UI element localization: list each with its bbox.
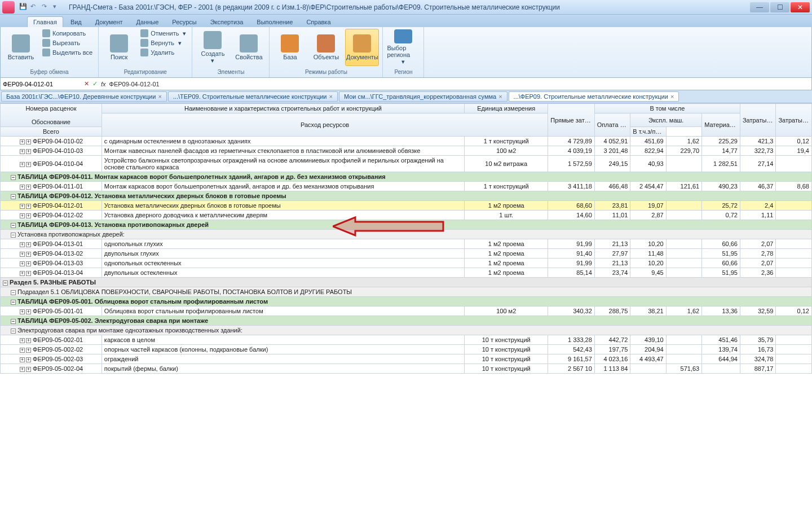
selectall-button[interactable]: Выделить все <box>40 48 95 57</box>
table-row[interactable]: − ТАБЛИЦА ФЕР09-04-013. Установка против… <box>1 220 812 230</box>
qat-redo-icon[interactable]: ↷ <box>42 3 51 12</box>
expand-icon[interactable]: + <box>26 213 31 218</box>
table-row[interactable]: ++ ФЕР09-04-013-01однопольных глухих1 м2… <box>1 239 812 249</box>
tab-expertise[interactable]: Экспертиза <box>204 16 250 27</box>
col-rr[interactable]: Расход ресурсов <box>102 113 548 137</box>
table-row[interactable]: ++ ФЕР09-05-002-02опорных частей каркасо… <box>1 345 812 354</box>
tab-help[interactable]: Справка <box>300 16 337 27</box>
col-num[interactable]: Номера расценокОбоснование <box>1 104 102 127</box>
expand-icon[interactable]: + <box>20 139 25 144</box>
expand-icon[interactable]: + <box>26 149 31 154</box>
expand-icon[interactable]: + <box>20 261 25 266</box>
expand-icon[interactable]: + <box>26 271 31 276</box>
table-row[interactable]: − Электродуговая сварка при монтаже одно… <box>1 326 812 335</box>
col-otr[interactable]: Оплата труда рабочих <box>594 113 630 137</box>
app-orb-icon[interactable] <box>2 1 15 14</box>
delete-button[interactable]: Удалить <box>138 48 188 57</box>
data-grid[interactable]: Номера расценокОбоснование Наименование … <box>0 103 812 508</box>
expand-icon[interactable]: + <box>20 252 25 257</box>
col-name[interactable]: Наименование и характеристика строительн… <box>102 104 464 113</box>
expand-icon[interactable]: + <box>20 338 25 343</box>
table-row[interactable]: − ТАБЛИЦА ФЕР09-04-012. Установка металл… <box>1 191 812 201</box>
doctab-4[interactable]: ...\ФЕР09. Строительные металлические ко… <box>509 91 679 102</box>
collapse-icon[interactable]: − <box>11 233 16 238</box>
collapse-icon[interactable]: − <box>11 329 16 334</box>
base-button[interactable]: База <box>273 29 307 66</box>
collapse-icon[interactable]: − <box>11 223 16 228</box>
expand-icon[interactable]: + <box>20 213 25 218</box>
table-row[interactable]: ++ ФЕР09-04-012-02Установка дверного дов… <box>1 211 812 220</box>
expand-icon[interactable]: + <box>26 338 31 343</box>
col-unit[interactable]: Единица измерения <box>465 104 548 113</box>
expand-icon[interactable]: + <box>26 242 31 247</box>
expand-icon[interactable]: + <box>20 357 25 362</box>
undo-button[interactable]: Отменить ▾ <box>138 29 188 38</box>
minimize-button[interactable]: — <box>750 2 769 12</box>
cancel-icon[interactable]: ✕ <box>84 80 89 87</box>
table-row[interactable]: ++ ФЕР09-05-002-03ограждений10 т констру… <box>1 354 812 364</box>
expand-icon[interactable]: + <box>26 309 31 314</box>
expand-icon[interactable]: + <box>26 348 31 353</box>
table-row[interactable]: ++ ФЕР09-04-013-02двупольных глухих1 м2 … <box>1 249 812 259</box>
expand-icon[interactable]: + <box>26 139 31 144</box>
table-row[interactable]: ++ ФЕР09-04-013-03однопольных остекленны… <box>1 259 812 268</box>
col-ztr[interactable]: Затраты труда рабочих <box>740 104 775 137</box>
tab-document[interactable]: Документ <box>89 16 129 27</box>
col-vs[interactable]: Всего <box>1 127 102 137</box>
expand-icon[interactable]: + <box>26 252 31 257</box>
table-row[interactable]: ++ ФЕР09-05-002-01каркасов в целом10 т к… <box>1 335 812 345</box>
collapse-icon[interactable]: − <box>11 175 16 180</box>
search-button[interactable]: Поиск <box>102 29 136 66</box>
table-row[interactable]: − ТАБЛИЦА ФЕР09-05-001. Облицовка ворот … <box>1 297 812 306</box>
qat-undo-icon[interactable]: ↶ <box>30 3 39 12</box>
tab-resources[interactable]: Ресурсы <box>166 16 202 27</box>
qat-save-icon[interactable]: 💾 <box>19 3 28 12</box>
table-row[interactable]: ++ ФЕР09-04-010-03Монтаж навесных панеле… <box>1 146 812 156</box>
collapse-icon[interactable]: − <box>11 290 16 295</box>
expand-icon[interactable]: + <box>20 309 25 314</box>
qat-dropdown-icon[interactable]: ▾ <box>53 3 62 12</box>
expand-icon[interactable]: + <box>20 185 25 190</box>
col-em[interactable]: Экспл. маш. <box>630 113 702 127</box>
table-row[interactable]: − ТАБЛИЦА ФЕР09-05-002. Электродуговая с… <box>1 316 812 326</box>
table-row[interactable]: ++ ФЕР09-05-001-01Облицовка ворот стальн… <box>1 306 812 316</box>
close-icon[interactable]: × <box>670 93 674 100</box>
col-mat[interactable]: Материалы <box>702 113 740 137</box>
cell-name-input[interactable] <box>3 81 81 87</box>
table-row[interactable]: − Подраздел 5.1 ОБЛИЦОВКА ПОВЕРХНОСТИ, С… <box>1 287 812 297</box>
create-button[interactable]: Создать▾ <box>196 29 230 66</box>
expand-icon[interactable]: + <box>20 204 25 209</box>
tab-data[interactable]: Данные <box>130 16 165 27</box>
col-ztm[interactable]: Затраты труда маш-стов <box>776 104 812 137</box>
table-row[interactable]: ++ ФЕР09-04-012-01Установка металлически… <box>1 201 812 211</box>
col-vt[interactable]: В т.ч.з/пл маш-тов <box>630 127 666 137</box>
expand-icon[interactable]: + <box>20 242 25 247</box>
expand-icon[interactable]: + <box>20 271 25 276</box>
close-icon[interactable]: × <box>498 93 502 100</box>
close-icon[interactable]: × <box>158 93 161 100</box>
expand-icon[interactable]: + <box>20 348 25 353</box>
doctab-2[interactable]: ...\ТЕР09. Строительные металлические ко… <box>168 91 338 102</box>
expand-icon[interactable]: + <box>26 162 31 167</box>
expand-icon[interactable]: + <box>26 204 31 209</box>
copy-button[interactable]: Копировать <box>40 29 95 38</box>
paste-button[interactable]: Вставить <box>4 29 38 66</box>
tab-view[interactable]: Вид <box>64 16 88 27</box>
collapse-icon[interactable]: − <box>11 319 16 324</box>
table-row[interactable]: ++ ФЕР09-04-011-01Монтаж каркасов ворот … <box>1 182 812 191</box>
redo-button[interactable]: Вернуть ▾ <box>138 38 188 47</box>
expand-icon[interactable]: + <box>26 261 31 266</box>
table-row[interactable]: − ТАБЛИЦА ФЕР09-04-011. Монтаж каркасов … <box>1 172 812 182</box>
table-row[interactable]: ++ ФЕР09-05-002-04покрытий (фермы, балки… <box>1 364 812 374</box>
doctab-3[interactable]: Мои см...\ГГС_транвляция_корректированна… <box>339 91 508 102</box>
maximize-button[interactable]: ☐ <box>770 2 789 12</box>
table-row[interactable]: − Установка противопожарных дверей: <box>1 230 812 239</box>
close-button[interactable]: ✕ <box>791 2 810 12</box>
expand-icon[interactable]: + <box>26 367 31 372</box>
fx-icon[interactable]: fx <box>101 81 106 87</box>
collapse-icon[interactable]: − <box>11 300 16 305</box>
expand-icon[interactable]: + <box>26 185 31 190</box>
table-row[interactable]: ++ ФЕР09-04-010-02с одинарным остекление… <box>1 137 812 146</box>
collapse-icon[interactable]: − <box>3 281 8 286</box>
table-row[interactable]: ++ ФЕР09-04-010-04Устройство балконных с… <box>1 156 812 172</box>
